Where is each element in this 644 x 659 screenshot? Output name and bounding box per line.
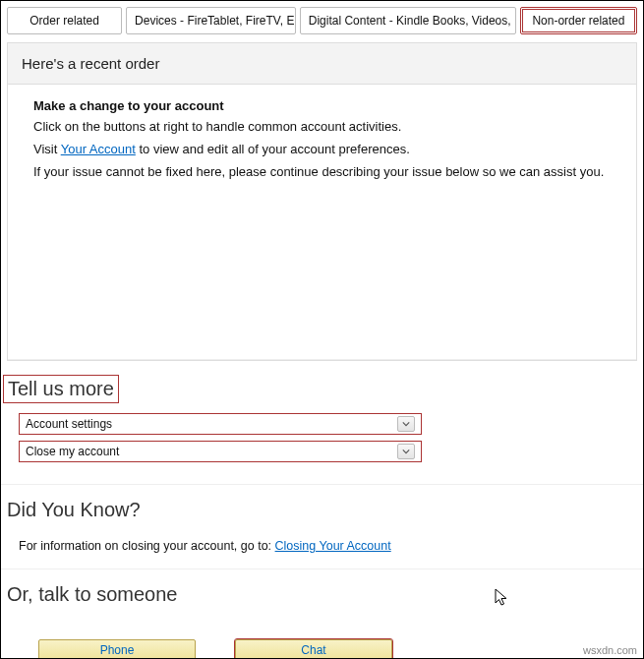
tab-devices[interactable]: Devices - FireTablet, FireTV, Echo etc. [126, 7, 296, 34]
chevron-down-icon [397, 444, 415, 459]
closing-your-account-link[interactable]: Closing Your Account [275, 539, 391, 553]
tell-us-more-selects: Account settings Close my account [1, 413, 643, 485]
tab-non-order-related[interactable]: Non-order related [520, 7, 637, 34]
did-you-know-text: For information on closing your account,… [19, 539, 275, 553]
watermark: wsxdn.com [583, 644, 637, 656]
chevron-down-icon [397, 416, 415, 432]
talk-to-someone-header: Or, talk to someone [7, 583, 643, 606]
phone-button[interactable]: Phone [38, 639, 196, 659]
account-change-title: Make a change to your account [33, 98, 616, 113]
talk-buttons-row: Phone Chat [1, 616, 643, 659]
tell-us-more-header: Tell us more [3, 375, 119, 403]
visit-account-prefix: Visit [33, 142, 61, 156]
your-account-link[interactable]: Your Account [61, 142, 136, 156]
issue-detail-value: Close my account [26, 445, 119, 458]
issue-category-select[interactable]: Account settings [19, 413, 422, 435]
account-change-desc: Click on the buttons at right to handle … [33, 118, 616, 136]
issue-detail-select[interactable]: Close my account [19, 441, 422, 462]
recent-order-panel: Here's a recent order Make a change to y… [7, 42, 637, 361]
tab-digital-content[interactable]: Digital Content - Kindle Books, Videos, … [300, 7, 516, 34]
issue-category-value: Account settings [26, 417, 112, 431]
did-you-know-header: Did You Know? [7, 499, 643, 521]
tab-order-related[interactable]: Order related [7, 7, 122, 34]
issue-fallback-text: If your issue cannot be fixed here, plea… [33, 163, 616, 181]
did-you-know-body: For information on closing your account,… [1, 531, 643, 569]
visit-account-suffix: to view and edit all of your account pre… [136, 142, 410, 156]
recent-order-header: Here's a recent order [8, 43, 636, 85]
chat-button[interactable]: Chat [235, 639, 392, 659]
recent-order-body: Make a change to your account Click on t… [8, 85, 636, 360]
visit-account-line: Visit Your Account to view and edit all … [33, 141, 616, 158]
tab-bar: Order related Devices - FireTablet, Fire… [1, 1, 643, 36]
